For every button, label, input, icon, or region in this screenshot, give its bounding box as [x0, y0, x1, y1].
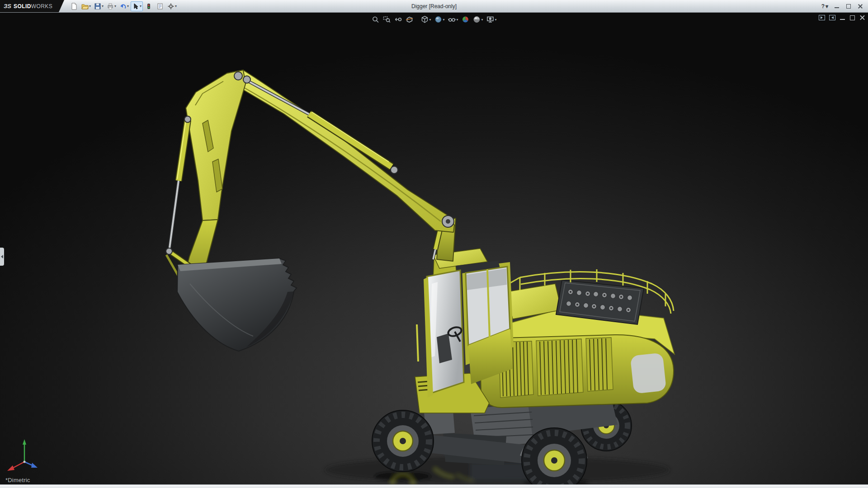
- solidworks-window: ЗS SOLIDWORKS ▾ ▾ ▾ ▾: [0, 0, 868, 488]
- zoom-to-fit-button[interactable]: [370, 14, 380, 24]
- status-bar: [0, 484, 868, 488]
- file-properties-icon: [156, 3, 164, 10]
- titlebar-controls: ?▾: [821, 3, 868, 9]
- edit-appearance-icon: [462, 15, 470, 23]
- previous-view-icon: [394, 15, 402, 23]
- document-close-button[interactable]: [859, 15, 865, 20]
- open-folder-icon: [81, 3, 89, 10]
- solidworks-logo: ЗS SOLIDWORKS: [0, 0, 64, 12]
- headsup-view-toolbar: ▾ ▾ ▾ ▾ ▾: [370, 14, 497, 24]
- zoom-to-fit-icon: [371, 15, 379, 23]
- orientation-triad: [4, 436, 44, 472]
- standard-toolbar: ▾ ▾ ▾ ▾ ▾: [64, 1, 178, 11]
- save-button[interactable]: ▾: [93, 1, 105, 11]
- ds-logo-icon: ЗS: [4, 3, 11, 9]
- view-settings-caret[interactable]: ▾: [495, 18, 497, 22]
- new-document-icon: [71, 3, 78, 10]
- open-button[interactable]: ▾: [80, 1, 92, 11]
- open-dropdown-caret[interactable]: ▾: [89, 5, 91, 8]
- help-button[interactable]: ?▾: [821, 3, 828, 9]
- document-restore-button[interactable]: [849, 15, 855, 20]
- print-button[interactable]: ▾: [105, 1, 118, 11]
- save-dropdown-caret[interactable]: ▾: [102, 5, 104, 8]
- view-orientation-icon: [420, 15, 429, 23]
- select-dropdown-caret[interactable]: ▾: [140, 5, 142, 8]
- options-gear-icon: [167, 3, 175, 10]
- hide-show-items-icon: [448, 15, 456, 23]
- section-view-icon: [405, 15, 413, 23]
- featuremanager-pane-icon[interactable]: [829, 15, 835, 20]
- apply-scene-caret[interactable]: ▾: [481, 18, 483, 22]
- save-icon: [94, 3, 101, 10]
- print-icon: [107, 3, 114, 10]
- zoom-to-area-button[interactable]: [382, 14, 392, 24]
- document-minimize-button[interactable]: [840, 15, 845, 20]
- display-pane-icon[interactable]: [819, 15, 825, 20]
- hide-show-items-button[interactable]: ▾: [447, 14, 459, 24]
- brand-text: SOLIDWORKS: [14, 3, 52, 9]
- undo-icon: [119, 3, 127, 10]
- view-orientation-button[interactable]: ▾: [420, 14, 432, 24]
- print-dropdown-caret[interactable]: ▾: [114, 5, 116, 8]
- view-settings-icon: [486, 15, 495, 23]
- undo-dropdown-caret[interactable]: ▾: [127, 5, 129, 8]
- apply-scene-icon: [473, 15, 481, 23]
- previous-view-button[interactable]: [393, 14, 403, 24]
- select-cursor-icon: [132, 3, 139, 10]
- rebuild-stoplight-icon: [145, 3, 152, 10]
- apply-scene-button[interactable]: ▾: [472, 14, 484, 24]
- file-properties-button[interactable]: [155, 1, 165, 11]
- rear-panel: [630, 352, 666, 394]
- graphics-viewport[interactable]: ▾ ▾ ▾ ▾ ▾: [0, 13, 868, 484]
- view-settings-button[interactable]: ▾: [486, 14, 498, 24]
- document-window-controls: [819, 15, 865, 20]
- options-dropdown-caret[interactable]: ▾: [175, 5, 177, 8]
- new-document-button[interactable]: [69, 1, 80, 11]
- close-button[interactable]: [857, 4, 863, 9]
- display-style-caret[interactable]: ▾: [443, 18, 444, 22]
- select-button[interactable]: ▾: [131, 1, 143, 11]
- help-dropdown-caret[interactable]: ▾: [826, 3, 828, 9]
- display-style-icon: [434, 15, 442, 23]
- title-bar: ЗS SOLIDWORKS ▾ ▾ ▾ ▾: [0, 0, 868, 13]
- minimize-button[interactable]: [834, 4, 840, 9]
- bucket[interactable]: [177, 258, 297, 351]
- options-button[interactable]: ▾: [166, 1, 178, 11]
- engine-grilles: [499, 338, 613, 398]
- featuremanager-collapse-tab[interactable]: [0, 248, 4, 266]
- edit-appearance-button[interactable]: [461, 14, 471, 24]
- front-left-wheel[interactable]: [372, 410, 434, 472]
- rebuild-button[interactable]: [143, 1, 154, 11]
- digger-3d-model[interactable]: [0, 13, 868, 484]
- boom-assembly[interactable]: [166, 70, 456, 296]
- view-orientation-caret[interactable]: ▾: [429, 18, 431, 22]
- zoom-to-area-icon: [382, 15, 391, 23]
- view-orientation-label: *Dimetric: [5, 477, 30, 483]
- restore-button[interactable]: [845, 4, 852, 9]
- section-view-button[interactable]: [404, 14, 414, 24]
- display-style-button[interactable]: ▾: [433, 14, 445, 24]
- hide-show-items-caret[interactable]: ▾: [456, 18, 458, 22]
- undo-button[interactable]: ▾: [118, 1, 130, 11]
